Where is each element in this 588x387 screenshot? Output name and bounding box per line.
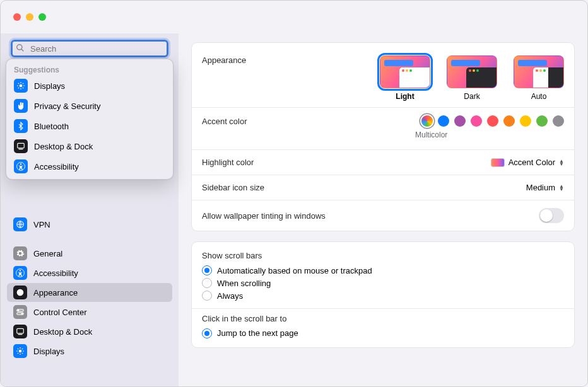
accent-color-swatch[interactable] (520, 115, 531, 127)
sidebar-item-label: Control Center (33, 308, 87, 317)
minimize-window-button[interactable] (26, 13, 33, 21)
suggestion-label: Privacy & Security (34, 101, 100, 111)
accent-color-swatch[interactable] (536, 115, 548, 127)
appearance-option-light[interactable] (380, 55, 430, 88)
sidebar-item-label: General (33, 249, 62, 258)
scroll-bars-option[interactable]: Always (192, 289, 574, 302)
accent-color-swatch[interactable] (421, 115, 433, 127)
search-input[interactable] (11, 40, 168, 57)
highlight-swatch-icon (491, 158, 505, 167)
dock-icon (14, 139, 28, 153)
svg-point-4 (20, 270, 21, 271)
radio-button[interactable] (202, 278, 212, 288)
click-scrollbar-title: Click in the scroll bar to (192, 314, 574, 327)
svg-line-20 (22, 349, 23, 349)
content-pane: ‹ › Appearance Appearance LightDarkAuto … (179, 33, 587, 386)
sidebar-item-displays[interactable]: Displays (7, 342, 172, 361)
highlight-color-select[interactable]: Accent Color ▲▼ (491, 158, 564, 167)
accent-color-label: Accent color (202, 117, 247, 126)
sidebar-icon-size-select[interactable]: Medium ▲▼ (526, 183, 564, 192)
click-scrollbar-option-label: Jump to the next page (217, 328, 298, 338)
appearance-option-auto[interactable] (514, 55, 564, 88)
sidebar-item-label: Desktop & Dock (33, 327, 92, 337)
sidebar-icon-size-value: Medium (526, 183, 555, 192)
svg-line-18 (22, 353, 23, 354)
svg-rect-11 (18, 334, 23, 335)
sidebar-item-label: VPN (33, 220, 50, 229)
accent-color-swatch[interactable] (454, 115, 466, 127)
accent-color-swatch[interactable] (553, 115, 564, 127)
suggestion-label: Desktop & Dock (34, 142, 93, 151)
search-icon (16, 43, 25, 52)
window-controls (13, 13, 46, 21)
switches-icon (13, 305, 27, 319)
wallpaper-tinting-label: Allow wallpaper tinting in windows (202, 211, 326, 221)
bluetooth-icon (14, 119, 28, 133)
sidebar-item-desktop-dock[interactable]: Desktop & Dock (7, 322, 172, 341)
accent-selected-label: Multicolor (415, 130, 564, 139)
titlebar (1, 1, 587, 33)
chevron-updown-icon: ▲▼ (559, 159, 564, 166)
sidebar-item-appearance[interactable]: Appearance (7, 283, 172, 302)
suggestion-item[interactable]: Accessibility (6, 156, 173, 176)
accent-color-swatch[interactable] (438, 115, 449, 127)
suggestion-item[interactable]: Displays (6, 76, 173, 96)
sidebar-item-label: Displays (33, 347, 64, 356)
zoom-window-button[interactable] (38, 13, 46, 21)
suggestion-item[interactable]: Privacy & Security (6, 96, 173, 116)
scroll-bars-option[interactable]: Automatically based on mouse or trackpad (192, 264, 574, 277)
hand-icon (14, 99, 28, 113)
globe-icon (13, 217, 27, 231)
svg-point-21 (20, 84, 23, 88)
appearance-card: Appearance LightDarkAuto Accent color Mu… (191, 42, 575, 231)
gear-icon (13, 246, 27, 260)
scroll-bars-title: Show scroll bars (192, 242, 574, 264)
suggestion-item[interactable]: Desktop & Dock (6, 136, 173, 156)
svg-line-17 (18, 349, 18, 349)
click-scrollbar-option[interactable]: Jump to the next page (192, 327, 574, 340)
sidebar-item-label: Appearance (33, 288, 78, 297)
sun-icon (13, 344, 27, 358)
wallpaper-tinting-toggle[interactable] (539, 208, 564, 223)
svg-point-33 (20, 163, 21, 165)
scroll-bars-option-label: Always (217, 291, 243, 301)
sidebar-item-label: Accessibility (33, 269, 78, 278)
sidebar-item-vpn[interactable]: VPN (7, 215, 172, 234)
radio-button[interactable] (202, 328, 212, 338)
svg-line-28 (18, 88, 19, 88)
scroll-bars-option[interactable]: When scrolling (192, 277, 574, 289)
accessibility-icon (13, 266, 27, 280)
accent-color-swatch[interactable] (487, 115, 498, 127)
scroll-bars-option-label: Automatically based on mouse or trackpad (217, 266, 372, 275)
appearance-option-dark[interactable] (447, 55, 497, 88)
radio-button[interactable] (202, 265, 212, 275)
scroll-bars-option-label: When scrolling (217, 279, 271, 288)
close-window-button[interactable] (13, 13, 21, 21)
sidebar-item-control-center[interactable]: Control Center (7, 303, 172, 321)
svg-line-29 (23, 83, 23, 84)
suggestion-label: Bluetooth (34, 122, 69, 131)
svg-point-0 (17, 45, 22, 50)
scroll-card: Show scroll bars Automatically based on … (191, 241, 575, 348)
sidebar-icon-size-label: Sidebar icon size (202, 183, 264, 192)
accent-color-swatch[interactable] (503, 115, 515, 127)
sun-icon (14, 79, 28, 93)
highlight-color-label: Highlight color (202, 158, 254, 167)
svg-rect-31 (19, 149, 23, 149)
sidebar-item-general[interactable]: General (7, 244, 172, 263)
dock-icon (13, 325, 27, 338)
appearance-icon (13, 286, 27, 299)
accent-color-swatch[interactable] (471, 115, 482, 127)
sidebar-item-accessibility[interactable]: Accessibility (7, 263, 172, 282)
suggestions-header: Suggestions (6, 63, 173, 76)
radio-button[interactable] (202, 291, 212, 301)
svg-point-7 (18, 310, 19, 311)
svg-line-19 (18, 353, 18, 354)
suggestion-label: Displays (34, 81, 65, 91)
suggestion-item[interactable]: Bluetooth (6, 116, 173, 136)
svg-point-9 (21, 313, 23, 315)
appearance-option-label: Auto (531, 92, 547, 101)
chevron-updown-icon: ▲▼ (559, 185, 564, 191)
svg-line-27 (23, 88, 23, 88)
svg-rect-10 (17, 328, 24, 333)
